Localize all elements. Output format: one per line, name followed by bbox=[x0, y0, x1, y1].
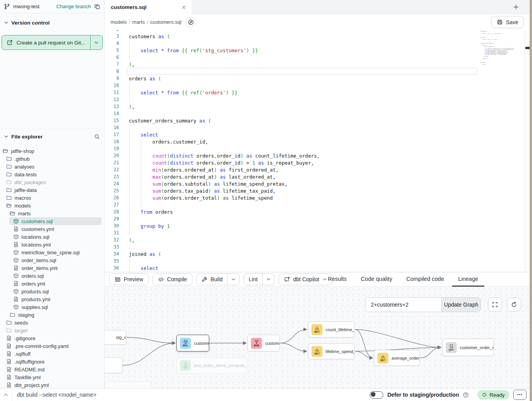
code-line-14[interactable]: 14 bbox=[109, 110, 532, 117]
tree-item-order-items-sql[interactable]: order_items.sql bbox=[0, 256, 104, 264]
tree-item-products-yml[interactable]: products.yml bbox=[0, 295, 104, 303]
code-line-24[interactable]: 24 sum(orders.subtotal) as lifetime_spen… bbox=[109, 180, 532, 187]
new-tab-button[interactable] bbox=[511, 2, 521, 12]
tree-item-order-items-yml[interactable]: order_items.yml bbox=[0, 264, 104, 272]
tree-item-models[interactable]: models bbox=[0, 202, 104, 209]
lineage-node-customer_order_metrics[interactable]: QRYcustomer_order_metrics bbox=[442, 339, 494, 356]
code-line-25[interactable]: 25 sum(orders.tax_paid) as lifetime_tax_… bbox=[109, 187, 532, 194]
refresh-button[interactable] bbox=[507, 298, 521, 312]
result-tab-results[interactable]: Results bbox=[322, 272, 353, 287]
code-line-21[interactable]: 21 count(distinct orders.order_id) > 1 a… bbox=[109, 159, 532, 166]
tree-item-customers-sql[interactable]: customers.sql bbox=[9, 217, 101, 225]
code-line-31[interactable]: 31 bbox=[109, 229, 532, 236]
lineage-node-stg_customers[interactable]: stg_customers bbox=[105, 330, 126, 345]
tree-item-taskfile-yml[interactable]: Taskfile.yml bbox=[0, 373, 104, 381]
lineage-node-average_order_value[interactable]: METaverage_order_value bbox=[374, 350, 420, 366]
lint-options-button[interactable] bbox=[263, 274, 274, 285]
defer-toggle[interactable] bbox=[370, 391, 383, 399]
tree-item-jaffle-data[interactable]: jaffle-data bbox=[0, 186, 104, 194]
code-line-33[interactable]: 33 bbox=[109, 243, 532, 250]
code-line-22[interactable]: 22 min(orders.ordered_at) as first_order… bbox=[109, 166, 532, 173]
code-line-23[interactable]: 23 max(orders.ordered_at) as last_ordere… bbox=[109, 173, 532, 180]
preview-button[interactable]: Preview bbox=[109, 273, 149, 285]
tab-customers-sql[interactable]: customers.sql bbox=[105, 0, 192, 14]
code-line-15[interactable]: 15customer_orders_summary as ( bbox=[109, 117, 532, 124]
minimap[interactable]: customers as ( select * from {{ ref('stg… bbox=[480, 30, 524, 82]
copy-icon[interactable] bbox=[94, 4, 100, 10]
result-tab-compiled-code[interactable]: Compiled code bbox=[400, 272, 450, 287]
tree-item-dbt-project-yml[interactable]: dbt_project.yml bbox=[0, 381, 104, 388]
tree-item-jaffle-shop[interactable]: jaffle-shop bbox=[0, 147, 104, 155]
build-options-button[interactable] bbox=[228, 274, 239, 285]
tree-item-analyses[interactable]: analyses bbox=[0, 163, 104, 170]
tree-item-metricflow-time-spine-sql[interactable]: metricflow_time_spine.sql bbox=[0, 248, 104, 256]
breadcrumb-item[interactable]: models bbox=[110, 19, 127, 25]
tree-item--pre-commit-config-yaml[interactable]: .pre-commit-config.yaml bbox=[0, 342, 104, 350]
pr-options-button[interactable] bbox=[91, 35, 102, 50]
code-line-12[interactable]: 12 bbox=[109, 96, 532, 103]
code-line-36[interactable]: 36 select bbox=[109, 264, 532, 271]
version-control-header[interactable]: Version control bbox=[0, 18, 104, 28]
collapse-panel-button[interactable] bbox=[0, 392, 12, 397]
tree-item-macros[interactable]: macros bbox=[0, 194, 104, 202]
result-tab-lineage[interactable]: Lineage bbox=[452, 272, 485, 287]
code-line-10[interactable]: 10 bbox=[109, 82, 532, 89]
file-explorer-header[interactable]: File explorer bbox=[0, 131, 104, 142]
code-line-13[interactable]: 13), bbox=[109, 103, 532, 110]
lineage-node-count_lifetime_orders[interactable]: METcount_lifetime_orders bbox=[308, 321, 355, 337]
code-line-19[interactable]: 19 bbox=[109, 145, 532, 152]
command-input[interactable]: dbt build --select <model_name> bbox=[17, 392, 96, 398]
lineage-node-lifetime_spend_pretax[interactable]: METlifetime_spend_pretax bbox=[308, 343, 355, 359]
tree-item-supplies-sql[interactable]: supplies.sql bbox=[0, 303, 104, 311]
more-options-button[interactable]: ••• bbox=[513, 390, 527, 400]
fullscreen-button[interactable] bbox=[488, 298, 502, 312]
lineage-node-orders[interactable]: orders bbox=[105, 357, 123, 373]
code-line-26[interactable]: 26 sum(orders.order_total) as lifetime_s… bbox=[109, 194, 532, 201]
code-line-20[interactable]: 20 count(distinct orders.order_id) as co… bbox=[109, 152, 532, 159]
code-line-7[interactable]: 7), bbox=[109, 61, 532, 68]
save-button[interactable]: Save bbox=[491, 16, 524, 28]
search-icon[interactable] bbox=[94, 134, 100, 140]
code-line-34[interactable]: 34joined as ( bbox=[109, 250, 532, 257]
code-line-17[interactable]: 17 select bbox=[109, 131, 532, 138]
result-tab-code-quality[interactable]: Code quality bbox=[354, 272, 399, 287]
lineage-node-test_order_items[interactable]: TSTtest_order_items_compute_to_bools... bbox=[176, 357, 247, 373]
code-line-6[interactable]: 6 bbox=[109, 54, 532, 61]
lineage-node-customers_model[interactable]: MDLcustomers bbox=[176, 335, 209, 351]
tree-item--gitignore[interactable]: .gitignore bbox=[0, 334, 104, 342]
code-line-3[interactable]: 3customers as ( bbox=[109, 33, 532, 40]
code-line-2[interactable]: 2 bbox=[109, 30, 532, 33]
code-line-29[interactable]: 29 bbox=[109, 215, 532, 222]
code-line-32[interactable]: 32), bbox=[109, 236, 532, 243]
code-editor[interactable]: 23customers as (45 select * from {{ ref(… bbox=[105, 30, 532, 272]
build-button[interactable]: Build bbox=[197, 274, 227, 285]
compass-button[interactable] bbox=[185, 17, 196, 27]
code-line-28[interactable]: 28 from orders bbox=[109, 208, 532, 215]
tree-item--github[interactable]: .github bbox=[0, 155, 104, 163]
code-line-5[interactable]: 5 select * from {{ ref('stg_customers') … bbox=[109, 47, 532, 54]
breadcrumb-item[interactable]: marts bbox=[132, 19, 145, 25]
change-branch-link[interactable]: Change branch bbox=[56, 4, 91, 9]
tree-item-customers-yml[interactable]: customers.yml bbox=[0, 225, 104, 233]
code-line-8[interactable]: 8 bbox=[109, 68, 532, 75]
tree-item-seeds[interactable]: seeds bbox=[0, 319, 104, 326]
tree-item-data-tests[interactable]: data-tests bbox=[0, 170, 104, 178]
lineage-node-customers_semantic[interactable]: SEMcustomers bbox=[247, 335, 280, 351]
tree-item-staging[interactable]: staging bbox=[0, 311, 104, 319]
help-icon[interactable] bbox=[463, 392, 469, 398]
lineage-search-input[interactable] bbox=[366, 298, 441, 312]
lineage-node-partial_node[interactable] bbox=[105, 381, 152, 388]
create-pr-main[interactable]: Create a pull request on Git... bbox=[2, 35, 90, 50]
code-line-4[interactable]: 4 bbox=[109, 40, 532, 47]
close-tab-icon[interactable] bbox=[181, 5, 186, 10]
lineage-panel[interactable]: stg_customersordersMDLcustomersTSTtest_o… bbox=[105, 287, 532, 388]
tree-item-orders-yml[interactable]: orders.yml bbox=[0, 280, 104, 287]
code-line-9[interactable]: 9orders as ( bbox=[109, 75, 532, 82]
tree-item-locations-yml[interactable]: locations.yml bbox=[0, 241, 104, 248]
tree-item-locations-sql[interactable]: locations.sql bbox=[0, 233, 104, 241]
tree-item-marts[interactable]: marts bbox=[0, 209, 104, 217]
update-graph-button[interactable]: Update Graph bbox=[441, 298, 480, 312]
tree-item-dbt-packages[interactable]: dbt_packages bbox=[0, 178, 104, 186]
create-pr-button[interactable]: Create a pull request on Git... bbox=[2, 35, 103, 50]
lint-button[interactable]: Lint bbox=[244, 274, 262, 285]
